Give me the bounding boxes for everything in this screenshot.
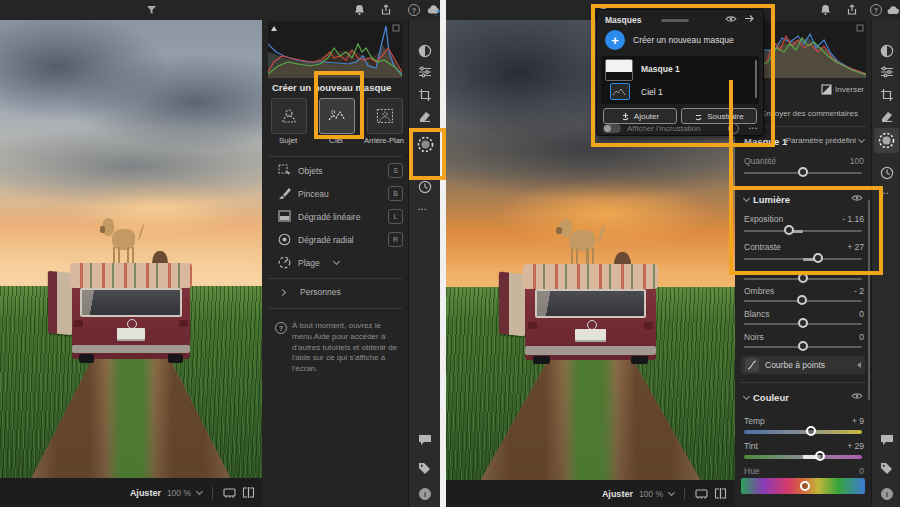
slider-knob[interactable] (815, 451, 825, 461)
dock-arrow-icon[interactable] (744, 14, 755, 23)
more-options-icon[interactable]: ••• (880, 190, 889, 196)
slider-knob[interactable] (813, 253, 823, 263)
before-after-icon[interactable] (242, 487, 255, 498)
popup-more-icon[interactable]: ••• (749, 125, 758, 131)
photo-car-door (48, 271, 72, 335)
slider-knob[interactable] (784, 225, 794, 235)
ciel1-thumbnail[interactable] (610, 83, 630, 100)
preset-dropdown[interactable]: Paramètre prédéfini (786, 136, 864, 145)
subtract-icon (694, 112, 703, 121)
slider-knob[interactable] (797, 295, 807, 305)
crop-icon[interactable] (880, 88, 894, 102)
exposure-slider[interactable] (744, 230, 862, 232)
presets-icon[interactable] (880, 66, 894, 78)
shadows-slider[interactable] (744, 300, 862, 302)
ciel1-label[interactable]: Ciel 1 (641, 87, 663, 97)
shadow-clipping-icon[interactable] (270, 24, 278, 32)
notifications-bell-icon[interactable] (820, 4, 831, 16)
chevron-down-icon[interactable] (668, 489, 675, 496)
chevron-down-icon (743, 195, 750, 202)
crop-icon[interactable] (418, 88, 432, 102)
eye-icon[interactable] (851, 194, 863, 202)
mask-tile-sky[interactable] (319, 98, 355, 134)
info-icon[interactable]: i (419, 488, 431, 500)
mask-tile-subject[interactable] (271, 98, 307, 134)
tool-linear-gradient[interactable]: Dégradé linéaire (298, 212, 360, 222)
tool-radial-gradient[interactable]: Dégradé radial (298, 235, 354, 245)
highlight-clipping-icon[interactable] (856, 24, 864, 32)
invert-button[interactable]: Inverser (821, 84, 864, 95)
color-section-header[interactable]: Couleur (744, 392, 789, 403)
add-button[interactable]: Ajouter (603, 108, 677, 124)
overlay-toggle[interactable] (603, 124, 621, 133)
people-row[interactable]: Personnes (262, 282, 408, 304)
slider-knob[interactable] (798, 341, 808, 351)
edit-icon[interactable] (880, 44, 894, 58)
mask1-label[interactable]: Masque 1 (641, 64, 680, 74)
fit-label[interactable]: Ajuster (130, 488, 161, 498)
cloud-icon[interactable] (887, 5, 900, 15)
comments-icon[interactable] (880, 434, 894, 446)
help-icon[interactable]: ? (870, 4, 882, 16)
tint-slider[interactable] (744, 455, 862, 459)
filmstrip-icon[interactable] (223, 487, 236, 498)
slider-knob[interactable] (800, 481, 810, 491)
slider-knob[interactable] (798, 318, 808, 328)
light-section-header[interactable]: Lumière (744, 194, 790, 205)
eye-icon[interactable] (725, 15, 737, 23)
masking-tool-active[interactable] (874, 128, 899, 153)
versions-clock-icon[interactable] (880, 166, 894, 180)
versions-clock-icon[interactable] (418, 180, 432, 194)
whites-slider[interactable] (744, 323, 862, 325)
highlights-slider[interactable] (744, 278, 862, 280)
slider-knob[interactable] (798, 167, 808, 177)
chevron-down-icon[interactable] (196, 488, 203, 495)
cloud-sync-icon[interactable] (427, 4, 441, 16)
help-icon[interactable]: ? (408, 4, 420, 16)
chevron-right-icon (279, 289, 286, 296)
mask-name: Masque 1 (744, 136, 787, 147)
popup-scrollbar[interactable] (755, 60, 757, 98)
highlight-clipping-icon[interactable] (392, 24, 400, 32)
notifications-bell-icon[interactable] (354, 4, 365, 16)
zoom-level[interactable]: 100 % (639, 489, 663, 499)
info-icon[interactable]: i (881, 488, 893, 500)
before-after-icon[interactable] (714, 488, 727, 499)
chevron-down-icon[interactable] (333, 258, 340, 265)
keywords-tag-icon[interactable] (418, 462, 431, 475)
temp-slider[interactable] (744, 430, 862, 434)
slider-knob[interactable] (806, 426, 816, 436)
edit-icon[interactable] (418, 44, 432, 58)
mask-tile-background[interactable] (367, 98, 403, 134)
amount-slider[interactable] (744, 172, 862, 174)
more-options-icon[interactable]: ••• (418, 206, 427, 212)
zoom-level[interactable]: 100 % (167, 488, 191, 498)
fit-label[interactable]: Ajuster (602, 489, 633, 499)
slider-knob[interactable] (798, 273, 808, 283)
eye-icon[interactable] (851, 392, 863, 400)
contrast-slider[interactable] (744, 258, 862, 260)
panel-scrollbar[interactable] (868, 200, 870, 400)
subtract-button[interactable]: Soustraire (681, 108, 757, 124)
masking-icon[interactable] (417, 136, 434, 153)
mask1-thumbnail[interactable] (605, 59, 633, 81)
healing-icon[interactable] (418, 110, 432, 122)
blacks-slider[interactable] (744, 346, 862, 348)
hue-slider[interactable] (741, 478, 865, 494)
share-icon[interactable] (380, 4, 392, 16)
keywords-tag-icon[interactable] (880, 462, 893, 475)
tool-objects[interactable]: Objets (298, 166, 323, 176)
histogram[interactable] (268, 22, 402, 78)
comments-icon[interactable] (418, 434, 432, 446)
share-icon[interactable] (846, 4, 858, 16)
point-curve-button[interactable]: Courbe à points (741, 356, 865, 374)
tool-range[interactable]: Plage (298, 258, 320, 268)
create-mask-row[interactable]: + Créer un nouveau masque (605, 30, 734, 50)
tool-brush[interactable]: Pinceau (298, 189, 329, 199)
healing-icon[interactable] (880, 110, 894, 122)
filter-icon[interactable] (146, 5, 157, 15)
drag-handle[interactable] (661, 19, 689, 22)
bottom-bar-right: Ajuster 100 % (446, 480, 735, 507)
filmstrip-icon[interactable] (695, 488, 708, 499)
presets-icon[interactable] (418, 66, 432, 78)
